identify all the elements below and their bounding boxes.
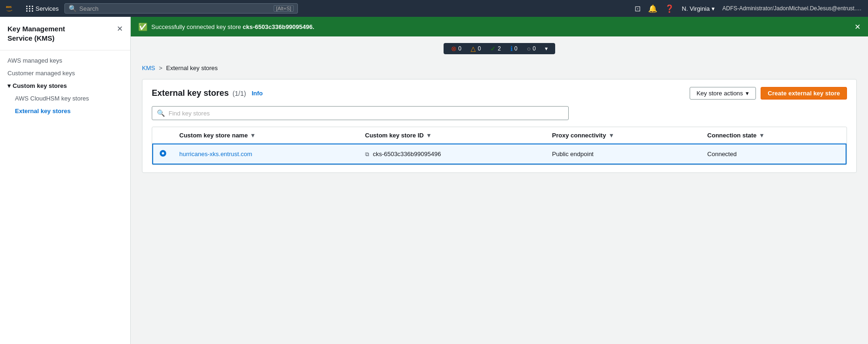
key-store-search[interactable]: 🔍 <box>152 106 569 120</box>
sidebar-item-customer-managed-keys[interactable]: Customer managed keys <box>0 67 130 79</box>
ok-circle-icon: ✓ <box>490 45 496 52</box>
col-store-id[interactable]: Custom key store ID ▾ <box>359 127 546 144</box>
info-circle-icon: ℹ <box>510 45 513 52</box>
sort-connection-icon: ▾ <box>760 132 763 139</box>
chevron-down-icon: ▾ <box>7 82 11 89</box>
banner-message: ✅ Successfully connected key store cks-6… <box>138 22 314 31</box>
search-icon: 🔍 <box>157 109 165 117</box>
panel-title: External key stores (1/1) Info <box>152 88 263 98</box>
banner-text: Successfully connected key store cks-650… <box>151 23 314 30</box>
status-ok[interactable]: ✓ 2 <box>490 45 501 52</box>
sidebar-item-aws-managed-keys[interactable]: AWS managed keys <box>0 54 130 67</box>
warning-triangle-icon: △ <box>471 45 476 52</box>
create-external-key-store-button[interactable]: Create external key store <box>761 87 847 100</box>
dropdown-chevron-icon: ▾ <box>746 90 749 97</box>
success-banner: ✅ Successfully connected key store cks-6… <box>131 17 868 36</box>
connection-value: Connected <box>707 150 737 158</box>
sidebar: Key ManagementService (KMS) ✕ AWS manage… <box>0 17 131 344</box>
error-circle-icon: ⊗ <box>451 45 457 52</box>
sidebar-title: Key ManagementService (KMS) <box>7 24 65 43</box>
col-connection[interactable]: Connection state ▾ <box>701 127 846 144</box>
global-search[interactable]: 🔍 [Alt+S] <box>64 3 298 14</box>
search-input[interactable] <box>79 5 271 12</box>
key-stores-table: Custom key store name ▾ Custom key store… <box>152 127 847 165</box>
status-warning[interactable]: △ 0 <box>471 45 481 52</box>
col-name[interactable]: Custom key store name ▾ <box>173 127 359 144</box>
breadcrumb-separator: > <box>159 64 162 72</box>
panel-header: External key stores (1/1) Info Key store… <box>152 87 847 100</box>
main-content: ✅ Successfully connected key store cks-6… <box>131 17 868 344</box>
search-icon: 🔍 <box>69 5 77 12</box>
panel-info-link[interactable]: Info <box>252 90 263 97</box>
status-neutral[interactable]: ○ 0 <box>527 45 536 52</box>
status-bar: ⊗ 0 △ 0 ✓ 2 ℹ 0 ○ 0 ▾ <box>444 43 556 54</box>
svg-text:aws: aws <box>6 5 12 8</box>
grid-icon <box>26 6 34 12</box>
aws-logo[interactable]: aws <box>6 4 21 13</box>
row-name-cell: hurricanes-xks.entrust.com <box>173 144 359 164</box>
sidebar-item-external-key-stores[interactable]: External key stores <box>0 105 130 117</box>
external-key-stores-panel: External key stores (1/1) Info Key store… <box>142 79 857 173</box>
table-row[interactable]: hurricanes-xks.entrust.com ⧉ cks-6503c33… <box>153 144 846 164</box>
status-bar-expand-icon[interactable]: ▾ <box>545 45 548 52</box>
col-proxy[interactable]: Proxy connectivity ▾ <box>545 127 700 144</box>
info-count: 0 <box>515 45 518 52</box>
sidebar-header: Key ManagementService (KMS) ✕ <box>0 24 130 50</box>
nav-right: ⊡ 🔔 ❓ N. Virginia ▾ ADFS-Administrator/J… <box>635 4 862 13</box>
panel-actions: Key store actions ▾ Create external key … <box>690 87 847 100</box>
services-label: Services <box>35 5 59 12</box>
row-connection-cell: Connected <box>701 144 846 164</box>
proxy-value: Public endpoint <box>552 150 593 158</box>
search-shortcut: [Alt+S] <box>274 5 294 12</box>
sort-name-icon: ▾ <box>251 132 254 139</box>
search-input[interactable] <box>169 110 564 117</box>
table-header: Custom key store name ▾ Custom key store… <box>153 127 846 144</box>
breadcrumb-kms[interactable]: KMS <box>142 64 155 72</box>
services-menu[interactable]: Services <box>26 5 59 12</box>
copy-icon[interactable]: ⧉ <box>365 151 369 158</box>
neutral-count: 0 <box>533 45 536 52</box>
sidebar-item-cloudhsm[interactable]: AWS CloudHSM key stores <box>0 92 130 105</box>
key-store-actions-button[interactable]: Key store actions ▾ <box>690 87 756 100</box>
table-body: hurricanes-xks.entrust.com ⧉ cks-6503c33… <box>153 144 846 164</box>
sort-id-icon: ▾ <box>427 132 430 139</box>
sidebar-section-custom-key-stores[interactable]: ▾ Custom key stores <box>0 79 130 92</box>
region-chevron-icon: ▾ <box>712 5 715 12</box>
store-id-value: cks-6503c336b99095496 <box>373 150 441 158</box>
region-label: N. Virginia <box>682 5 710 12</box>
breadcrumb: KMS > External key stores <box>142 64 857 72</box>
status-info[interactable]: ℹ 0 <box>510 45 518 52</box>
help-icon[interactable]: ❓ <box>665 4 674 13</box>
top-navigation: aws Services 🔍 [Alt+S] ⊡ 🔔 ❓ N. Virginia… <box>0 0 868 17</box>
sort-proxy-icon: ▾ <box>610 132 613 139</box>
neutral-circle-icon: ○ <box>527 45 530 52</box>
key-store-name-link[interactable]: hurricanes-xks.entrust.com <box>179 150 252 158</box>
col-select <box>153 127 173 144</box>
row-id-cell: ⧉ cks-6503c336b99095496 <box>359 144 546 164</box>
ok-count: 2 <box>498 45 501 52</box>
warning-count: 0 <box>478 45 481 52</box>
content-area: KMS > External key stores External key s… <box>131 55 868 344</box>
panel-count: (1/1) <box>233 90 246 97</box>
radio-button[interactable] <box>160 150 166 157</box>
status-error[interactable]: ⊗ 0 <box>451 45 462 52</box>
sidebar-close-button[interactable]: ✕ <box>117 24 123 33</box>
error-count: 0 <box>459 45 462 52</box>
row-proxy-cell: Public endpoint <box>545 144 700 164</box>
banner-close-button[interactable]: ✕ <box>854 22 861 31</box>
success-icon: ✅ <box>138 22 148 31</box>
user-info[interactable]: ADFS-Administrator/JadonMichael.DeJesus@… <box>722 5 862 12</box>
breadcrumb-current: External key stores <box>166 64 218 72</box>
terminal-icon[interactable]: ⊡ <box>635 4 641 13</box>
row-select-cell[interactable] <box>153 144 173 164</box>
bell-icon[interactable]: 🔔 <box>648 4 657 13</box>
region-selector[interactable]: N. Virginia ▾ <box>682 5 715 12</box>
